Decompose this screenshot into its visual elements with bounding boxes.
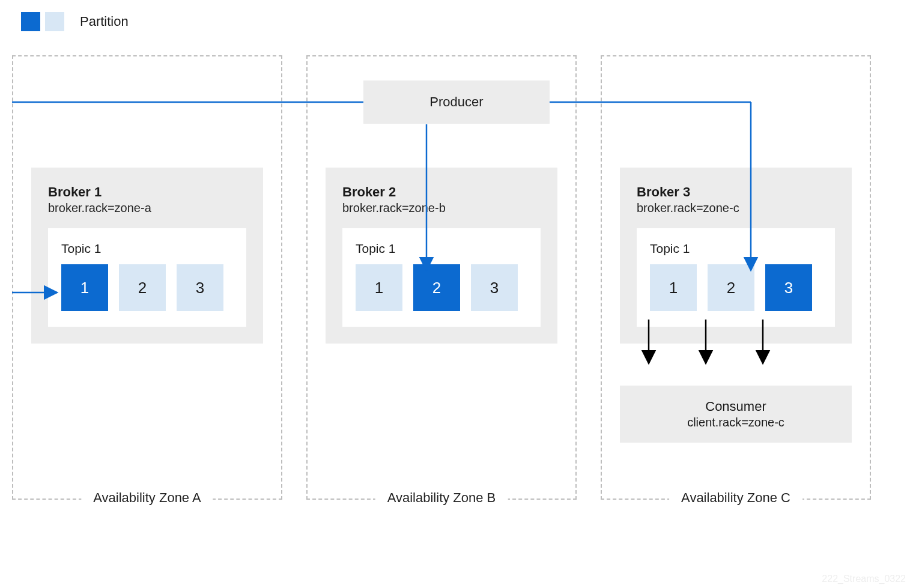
consumer-rack: client.rack=zone-c <box>633 416 839 429</box>
partition-3: 3 <box>177 264 223 311</box>
partition-2: 2 <box>413 264 460 311</box>
consumer-box: Consumer client.rack=zone-c <box>620 386 852 443</box>
topic-box: Topic 1 1 2 3 <box>342 228 541 327</box>
topic-title: Topic 1 <box>650 241 822 256</box>
partition-1: 1 <box>356 264 402 311</box>
topic-box: Topic 1 1 2 3 <box>637 228 835 327</box>
partition-2: 2 <box>708 264 754 311</box>
broker-title: Broker 3 <box>637 184 835 200</box>
zones-row: Producer Broker 1 broker.rack=zone-a Top… <box>12 55 901 500</box>
partitions: 1 2 3 <box>356 264 527 311</box>
broker-rack: broker.rack=zone-a <box>48 201 246 215</box>
topic-box: Topic 1 1 2 3 <box>48 228 246 327</box>
broker-rack: broker.rack=zone-b <box>342 201 541 215</box>
zone-label: Availability Zone B <box>375 490 508 506</box>
legend: Partition <box>21 12 901 31</box>
broker-2: Broker 2 broker.rack=zone-b Topic 1 1 2 … <box>326 168 557 344</box>
partition-3: 3 <box>765 264 812 311</box>
watermark: 222_Streams_0322 <box>822 574 906 584</box>
producer-label: Producer <box>429 94 483 110</box>
broker-3: Broker 3 broker.rack=zone-c Topic 1 1 2 … <box>620 168 852 344</box>
partition-3: 3 <box>471 264 518 311</box>
legend-replica-swatch <box>45 12 64 31</box>
legend-label: Partition <box>80 14 129 29</box>
zone-a: Broker 1 broker.rack=zone-a Topic 1 1 2 … <box>12 55 282 500</box>
broker-1: Broker 1 broker.rack=zone-a Topic 1 1 2 … <box>31 168 263 344</box>
broker-title: Broker 1 <box>48 184 246 200</box>
partitions: 1 2 3 <box>650 264 822 311</box>
broker-rack: broker.rack=zone-c <box>637 201 835 215</box>
topic-title: Topic 1 <box>356 241 527 256</box>
zone-label: Availability Zone A <box>81 490 213 506</box>
legend-leader-swatch <box>21 12 40 31</box>
partition-2: 2 <box>119 264 166 311</box>
partition-1: 1 <box>650 264 697 311</box>
zone-c: Broker 3 broker.rack=zone-c Topic 1 1 2 … <box>601 55 871 500</box>
partitions: 1 2 3 <box>61 264 233 311</box>
consumer-title: Consumer <box>633 399 839 414</box>
topic-title: Topic 1 <box>61 241 233 256</box>
producer-box: Producer <box>363 80 550 124</box>
broker-title: Broker 2 <box>342 184 541 200</box>
partition-1: 1 <box>61 264 108 311</box>
zone-label: Availability Zone C <box>669 490 802 506</box>
